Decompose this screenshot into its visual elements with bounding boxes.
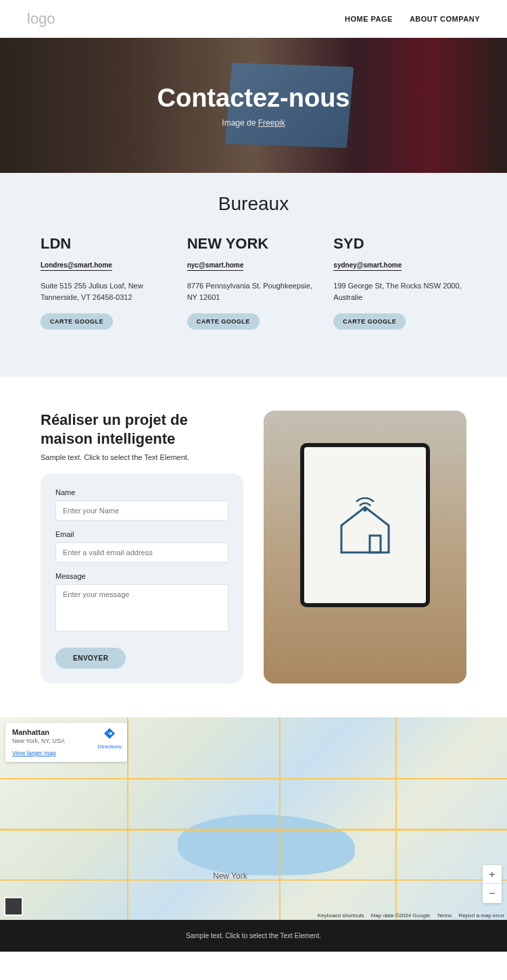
map-city-label: New York: [213, 871, 247, 881]
office-name: NEW YORK: [187, 235, 320, 253]
map-data: Map data ©2024 Google: [371, 912, 430, 919]
zoom-in-button[interactable]: +: [483, 865, 502, 884]
office-email-link[interactable]: nyc@smart.home: [187, 261, 244, 271]
office-address: 8776 Pennsylvania St. Poughkeepsie, NY 1…: [187, 280, 320, 303]
map-directions[interactable]: Directions: [97, 728, 122, 751]
map-satellite-thumb[interactable]: [4, 897, 23, 916]
message-input[interactable]: [55, 584, 228, 631]
form-subtitle: Sample text. Click to select the Text El…: [41, 453, 243, 461]
google-map-button[interactable]: CARTE GOOGLE: [187, 313, 260, 330]
office-address: 199 George St, The Rocks NSW 2000, Austr…: [333, 280, 466, 303]
office-email-link[interactable]: sydney@smart.home: [333, 261, 402, 271]
nav: HOME PAGE ABOUT COMPANY: [345, 15, 480, 23]
map-zoom: + −: [483, 865, 502, 903]
name-input[interactable]: [55, 500, 228, 521]
map-report[interactable]: Report a map error: [458, 912, 504, 919]
logo[interactable]: logo: [27, 10, 55, 28]
office-grid: LDN Londres@smart.home Suite 515 255 Jul…: [41, 235, 466, 330]
footer-text: Sample text. Click to select the Text El…: [186, 932, 321, 939]
message-label: Message: [55, 572, 228, 580]
map-info-card: Manhattan New York, NY, USA View larger …: [5, 723, 127, 762]
hero-credit-link[interactable]: Freepik: [258, 118, 285, 128]
hero-title: Contactez-nous: [158, 84, 350, 113]
form-image: [264, 411, 466, 684]
svg-rect-0: [370, 536, 381, 552]
email-label: Email: [55, 530, 228, 538]
zoom-out-button[interactable]: −: [483, 884, 502, 903]
form-section: Réaliser un projet de maison intelligent…: [0, 377, 507, 717]
office-name: LDN: [41, 235, 174, 253]
form-title: Réaliser un projet de maison intelligent…: [41, 411, 243, 448]
office-card: SYD sydney@smart.home 199 George St, The…: [333, 235, 466, 330]
office-name: SYD: [333, 235, 466, 253]
offices-section: Bureaux LDN Londres@smart.home Suite 515…: [0, 173, 507, 377]
hero-credit: Image de Freepik: [222, 118, 285, 128]
office-address: Suite 515 255 Julius Loaf, New Tannersid…: [41, 280, 174, 303]
tablet-graphic: [300, 443, 430, 607]
map-attribution: Keyboard shortcuts Map data ©2024 Google…: [312, 912, 504, 919]
hero: Contactez-nous Image de Freepik: [0, 38, 507, 173]
office-card: LDN Londres@smart.home Suite 515 255 Jul…: [41, 235, 174, 330]
map[interactable]: New York Manhattan New York, NY, USA Vie…: [0, 717, 507, 920]
nav-home[interactable]: HOME PAGE: [345, 15, 393, 23]
office-card: NEW YORK nyc@smart.home 8776 Pennsylvani…: [187, 235, 320, 330]
directions-label: Directions: [97, 744, 122, 750]
footer: Sample text. Click to select the Text El…: [0, 920, 507, 952]
hero-credit-prefix: Image de: [222, 118, 258, 128]
form-box: Name Email Message ENVOYER: [41, 473, 243, 684]
form-column: Réaliser un projet de maison intelligent…: [41, 411, 243, 684]
office-email-link[interactable]: Londres@smart.home: [41, 261, 112, 271]
submit-button[interactable]: ENVOYER: [55, 648, 126, 669]
map-shortcuts[interactable]: Keyboard shortcuts: [318, 912, 364, 919]
google-map-button[interactable]: CARTE GOOGLE: [41, 313, 113, 330]
svg-point-1: [364, 508, 367, 511]
map-terms[interactable]: Terms: [437, 912, 452, 919]
name-label: Name: [55, 488, 228, 496]
nav-about[interactable]: ABOUT COMPANY: [410, 15, 480, 23]
header: logo HOME PAGE ABOUT COMPANY: [0, 0, 507, 38]
google-map-button[interactable]: CARTE GOOGLE: [333, 313, 406, 330]
directions-icon: [104, 728, 115, 739]
smart-home-icon: [328, 488, 402, 563]
offices-title: Bureaux: [41, 193, 466, 215]
email-input[interactable]: [55, 542, 228, 563]
